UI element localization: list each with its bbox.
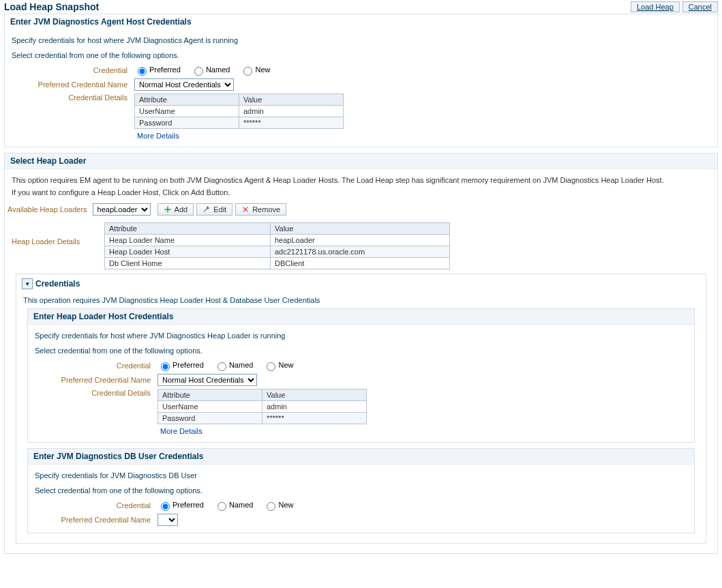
preferred-credential-name-select[interactable]: Normal Host Credentials: [134, 78, 234, 91]
radio-named-input[interactable]: [217, 362, 226, 371]
cell-attr: Password: [135, 117, 239, 129]
available-heap-loaders-select[interactable]: heapLoader: [93, 203, 151, 216]
radio-new-input[interactable]: [267, 362, 275, 371]
more-details-link[interactable]: More Details: [160, 427, 202, 435]
remove-button[interactable]: Remove: [235, 203, 286, 216]
credential-label: Credential: [35, 362, 157, 370]
radio-new-input[interactable]: [243, 67, 252, 76]
radio-named-input[interactable]: [194, 67, 203, 76]
heap-loader-desc: This option requires EM agent to be runn…: [12, 176, 710, 184]
db-credentials-panel: Enter JVM Diagnostics DB User Credential…: [27, 448, 695, 533]
page-title: Load Heap Snapshot: [4, 1, 99, 12]
credential-details-table: Attribute Value UserName admin: [157, 389, 367, 424]
heap-loader-header: Select Heap Loader: [5, 153, 717, 169]
available-heap-loaders-label: Available Heap Loaders: [7, 205, 93, 214]
radio-new-input[interactable]: [267, 502, 275, 511]
cancel-button[interactable]: Cancel: [682, 1, 718, 12]
credentials-desc: This operation requires JVM Diagnostics …: [23, 296, 699, 304]
credential-label: Credential: [35, 501, 157, 510]
preferred-credential-name-label: Preferred Credential Name: [35, 376, 157, 384]
cell-val: admin: [239, 106, 344, 117]
cell-val: adc2121178.us.oracle.com: [271, 246, 450, 258]
radio-preferred-input[interactable]: [138, 67, 147, 76]
radio-named[interactable]: Named: [214, 501, 253, 509]
col-attribute: Attribute: [135, 94, 239, 106]
cell-attr: Heap Loader Host: [105, 246, 271, 258]
hl-credentials-select-text: Select credential from one of the follow…: [35, 347, 687, 355]
col-value: Value: [239, 94, 344, 106]
radio-new[interactable]: New: [263, 501, 293, 509]
credentials-toggle[interactable]: ▾ Credentials: [22, 278, 80, 289]
radio-preferred[interactable]: Preferred: [134, 65, 181, 74]
cell-attr: UserName: [135, 106, 239, 117]
remove-icon: [241, 205, 250, 214]
credentials-panel: ▾ Credentials This operation requires JV…: [16, 274, 706, 544]
more-details-link[interactable]: More Details: [137, 132, 179, 140]
add-button[interactable]: Add: [157, 203, 194, 216]
credential-label: Credential: [12, 66, 134, 74]
credential-details-label: Credential Details: [12, 93, 134, 102]
col-attribute: Attribute: [158, 389, 262, 401]
cell-val: ******: [239, 117, 344, 129]
heap-loader-details-table: Attribute Value Heap Loader Name heapLoa…: [104, 222, 450, 269]
db-credentials-desc: Specify credentials for JVM Diagnostics …: [35, 471, 687, 480]
preferred-credential-name-label: Preferred Credential Name: [12, 80, 134, 89]
wrench-icon: [202, 205, 211, 214]
radio-new[interactable]: New: [240, 65, 270, 74]
edit-button[interactable]: Edit: [196, 203, 232, 216]
cell-val: heapLoader: [271, 235, 450, 246]
credential-details-table: Attribute Value UserName admin Password …: [134, 93, 344, 129]
radio-named[interactable]: Named: [191, 65, 230, 74]
hl-credentials-header: Enter Heap Loader Host Credentials: [28, 309, 694, 325]
hl-credentials-desc: Specify credentials for host where JVM D…: [35, 332, 687, 340]
radio-named[interactable]: Named: [214, 361, 253, 369]
hl-credentials-panel: Enter Heap Loader Host Credentials Speci…: [27, 308, 695, 443]
preferred-credential-name-label: Preferred Credential Name: [35, 516, 157, 524]
cell-val: DBClient: [271, 258, 450, 269]
plus-icon: [164, 205, 172, 214]
preferred-credential-name-select[interactable]: Normal Host Credentials: [157, 374, 257, 386]
chevron-down-icon: ▾: [22, 278, 33, 289]
radio-preferred[interactable]: Preferred: [157, 501, 204, 509]
agent-credentials-select-text: Select credential from one of the follow…: [12, 51, 710, 59]
agent-credentials-panel: Enter JVM Diagnostics Agent Host Credent…: [4, 14, 718, 147]
load-heap-button[interactable]: Load Heap: [631, 1, 680, 12]
cell-attr: Db Client Home: [105, 258, 271, 269]
db-credentials-select-text: Select credential from one of the follow…: [35, 486, 687, 495]
credential-details-label: Credential Details: [35, 389, 157, 397]
radio-preferred-input[interactable]: [161, 502, 170, 511]
radio-preferred[interactable]: Preferred: [157, 361, 204, 369]
heap-loader-desc2: If you want to configure a Heap Loader H…: [12, 188, 710, 196]
heap-loader-panel: Select Heap Loader This option requires …: [4, 153, 718, 554]
cell-val: ******: [262, 413, 367, 424]
col-value: Value: [271, 223, 450, 235]
cell-attr: Password: [158, 413, 262, 424]
agent-credentials-header: Enter JVM Diagnostics Agent Host Credent…: [5, 14, 717, 29]
heap-loader-details-label: Heap Loader Details: [12, 222, 104, 246]
col-value: Value: [262, 389, 367, 401]
radio-new[interactable]: New: [263, 361, 293, 369]
col-attribute: Attribute: [105, 223, 271, 235]
cell-val: admin: [262, 401, 367, 413]
radio-preferred-input[interactable]: [161, 362, 170, 371]
cell-attr: Heap Loader Name: [105, 235, 271, 246]
db-credentials-header: Enter JVM Diagnostics DB User Credential…: [28, 449, 694, 465]
radio-named-input[interactable]: [217, 502, 226, 511]
preferred-credential-name-select[interactable]: [157, 514, 178, 526]
agent-credentials-desc: Specify credentials for host where JVM D…: [12, 36, 710, 44]
cell-attr: UserName: [158, 401, 262, 413]
